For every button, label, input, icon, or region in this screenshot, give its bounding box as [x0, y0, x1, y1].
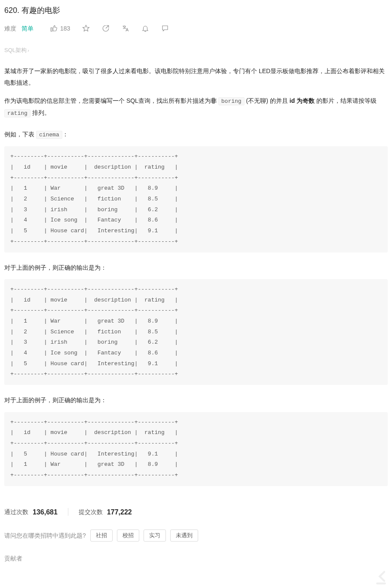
thumbs-up-icon	[50, 25, 58, 32]
description-para-1: 某城市开了一家新的电影院，吸引了很多人过来看电影。该电影院特别注意用户体验，专门…	[4, 65, 388, 88]
survey-label: 请问您在哪类招聘中遇到此题?	[4, 531, 86, 540]
sql-schema-link[interactable]: SQL架构 ›	[4, 46, 29, 55]
example-table-output-2: +---------+-----------+--------------+--…	[4, 412, 388, 486]
inline-code-rating: rating	[4, 109, 31, 117]
survey-option-campus[interactable]: 校招	[117, 530, 139, 542]
survey-option-social[interactable]: 社招	[90, 530, 113, 542]
difficulty-label: 难度	[4, 24, 16, 33]
notification-button[interactable]	[137, 23, 153, 34]
inline-code-cinema: cinema	[36, 131, 62, 139]
survey-option-none[interactable]: 未遇到	[170, 530, 198, 542]
submissions-stat: 提交次数 177,222	[79, 507, 132, 518]
chevron-right-icon: ›	[28, 47, 29, 55]
problem-toolbar: 难度 简单 183	[4, 22, 388, 35]
problem-title: 620. 有趣的电影	[4, 4, 388, 17]
translate-button[interactable]	[117, 23, 134, 34]
problem-description: 某城市开了一家新的电影院，吸引了很多人过来看电影。该电影院特别注意用户体验，专门…	[4, 65, 388, 119]
problem-stats: 通过次数 136,681 提交次数 177,222	[4, 507, 388, 518]
problem-name: 有趣的电影	[21, 6, 60, 15]
bell-icon	[141, 25, 149, 32]
accepted-value: 136,681	[33, 507, 58, 518]
problem-number: 620.	[4, 6, 19, 15]
comment-icon	[161, 25, 169, 32]
contributors-label: 贡献者	[4, 554, 388, 563]
submissions-value: 177,222	[107, 507, 132, 518]
share-icon	[102, 25, 110, 32]
submissions-label: 提交次数	[79, 507, 103, 517]
accepted-stat: 通过次数 136,681	[4, 507, 58, 518]
accepted-label: 通过次数	[4, 507, 28, 517]
share-button[interactable]	[98, 23, 114, 34]
like-count: 183	[60, 24, 70, 33]
stats-divider	[68, 508, 68, 516]
sql-schema-label: SQL架构	[4, 46, 27, 55]
favorite-button[interactable]	[78, 23, 94, 34]
example-table-output-1: +---------+-----------+--------------+--…	[4, 279, 388, 385]
example-intro: 例如，下表 cinema：	[4, 129, 388, 140]
survey-option-intern[interactable]: 实习	[144, 530, 166, 542]
example-table-input: +---------+-----------+--------------+--…	[4, 146, 388, 252]
feedback-button[interactable]	[157, 23, 173, 34]
output-label-2: 对于上面的例子，则正确的输出是为：	[4, 395, 388, 405]
output-label-1: 对于上面的例子，则正确的输出是为：	[4, 263, 388, 272]
star-icon	[82, 25, 90, 32]
translate-icon	[122, 25, 129, 32]
inline-code-boring: boring	[218, 97, 245, 105]
description-para-2: 作为该电影院的信息部主管，您需要编写一个 SQL查询，找出所有影片描述为非 bo…	[4, 95, 388, 119]
difficulty-value: 简单	[21, 24, 34, 33]
survey-row: 请问您在哪类招聘中遇到此题? 社招 校招 实习 未遇到	[4, 530, 388, 542]
like-button[interactable]: 183	[46, 22, 74, 35]
